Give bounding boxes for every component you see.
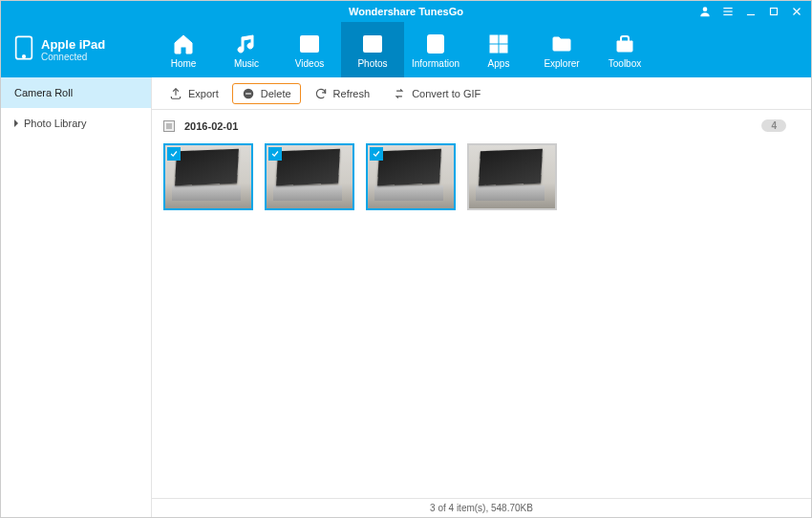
nav-toolbox[interactable]: Toolbox — [593, 22, 656, 77]
sidebar-item-label: Camera Roll — [14, 87, 73, 98]
close-button[interactable] — [786, 2, 807, 21]
thumbnail-grid — [152, 138, 811, 498]
svg-rect-25 — [490, 45, 498, 53]
nav-label: Home — [171, 58, 197, 69]
thumb-image — [469, 145, 555, 208]
caret-right-icon — [14, 119, 18, 127]
export-button[interactable]: Export — [160, 83, 228, 104]
group-date: 2016-02-01 — [184, 120, 238, 132]
header: Apple iPad Connected Home Music Videos P… — [1, 22, 811, 77]
sidebar: Camera Roll Photo Library — [1, 77, 152, 517]
photo-icon — [360, 32, 385, 56]
nav-information[interactable]: Information — [404, 22, 467, 77]
nav-label: Music — [234, 58, 259, 69]
export-icon — [169, 87, 182, 100]
titlebar: Wondershare TunesGo — [1, 1, 811, 22]
svg-rect-28 — [246, 93, 251, 94]
account-icon[interactable] — [694, 2, 716, 21]
delete-icon — [242, 87, 255, 100]
date-group-row: 2016-02-01 4 — [152, 110, 811, 138]
delete-button[interactable]: Delete — [232, 83, 301, 104]
home-icon — [171, 32, 196, 56]
video-icon — [297, 32, 322, 56]
device-status: Connected — [41, 52, 105, 62]
sidebar-item-photo-library[interactable]: Photo Library — [1, 108, 151, 139]
checkmark-icon — [167, 147, 181, 161]
minimize-button[interactable] — [740, 2, 761, 21]
nav-explorer[interactable]: Explorer — [530, 22, 593, 77]
window-controls — [694, 1, 807, 22]
photo-thumb[interactable] — [163, 143, 253, 210]
svg-point-9 — [23, 55, 26, 58]
nav-music[interactable]: Music — [215, 22, 278, 77]
nav-videos[interactable]: Videos — [278, 22, 341, 77]
nav-label: Videos — [295, 58, 324, 69]
svg-point-20 — [434, 38, 438, 42]
menu-icon[interactable] — [717, 2, 738, 21]
nav-label: Information — [412, 58, 459, 69]
svg-point-0 — [703, 7, 708, 11]
nav-label: Explorer — [544, 58, 579, 69]
device-block[interactable]: Apple iPad Connected — [1, 22, 152, 77]
group-checkbox[interactable] — [163, 120, 175, 132]
svg-rect-26 — [500, 45, 507, 53]
photo-thumb[interactable] — [467, 143, 557, 210]
svg-rect-23 — [490, 35, 498, 43]
checkmark-icon — [268, 147, 282, 161]
delete-label: Delete — [261, 88, 291, 99]
device-name: Apple iPad — [41, 37, 105, 52]
nav-photos[interactable]: Photos — [341, 22, 404, 77]
maximize-button[interactable] — [763, 2, 784, 21]
sidebar-item-camera-roll[interactable]: Camera Roll — [1, 77, 151, 108]
apps-icon — [486, 32, 511, 56]
status-bar: 3 of 4 item(s), 548.70KB — [152, 498, 811, 517]
toolbar: Export Delete Refresh Convert to GIF — [152, 77, 811, 110]
folder-icon — [549, 32, 574, 56]
information-icon — [423, 32, 448, 56]
nav-label: Photos — [357, 58, 387, 69]
sidebar-item-label: Photo Library — [24, 118, 86, 129]
svg-rect-10 — [301, 36, 318, 52]
photo-thumb[interactable] — [265, 143, 354, 210]
status-text: 3 of 4 item(s), 548.70KB — [430, 503, 533, 513]
content: Export Delete Refresh Convert to GIF 201… — [152, 77, 811, 517]
convert-gif-label: Convert to GIF — [412, 88, 481, 99]
photo-thumb[interactable] — [366, 143, 456, 210]
nav: Home Music Videos Photos Information App… — [152, 22, 656, 77]
svg-rect-5 — [771, 9, 778, 15]
music-icon — [234, 32, 259, 56]
toolbox-icon — [612, 32, 637, 56]
convert-icon — [393, 87, 406, 100]
svg-point-18 — [368, 40, 372, 44]
body: Camera Roll Photo Library Export Delete … — [1, 77, 811, 517]
nav-apps[interactable]: Apps — [467, 22, 530, 77]
refresh-icon — [314, 87, 328, 100]
checkmark-icon — [370, 147, 383, 161]
nav-label: Apps — [488, 58, 510, 69]
nav-home[interactable]: Home — [152, 22, 215, 77]
nav-label: Toolbox — [609, 58, 641, 69]
svg-rect-24 — [500, 35, 507, 43]
group-count-badge: 4 — [761, 119, 786, 132]
tablet-icon — [14, 34, 33, 65]
refresh-label: Refresh — [333, 88, 371, 99]
app-title: Wondershare TunesGo — [349, 6, 463, 17]
convert-gif-button[interactable]: Convert to GIF — [383, 83, 490, 104]
refresh-button[interactable]: Refresh — [305, 83, 380, 104]
export-label: Export — [188, 88, 219, 99]
